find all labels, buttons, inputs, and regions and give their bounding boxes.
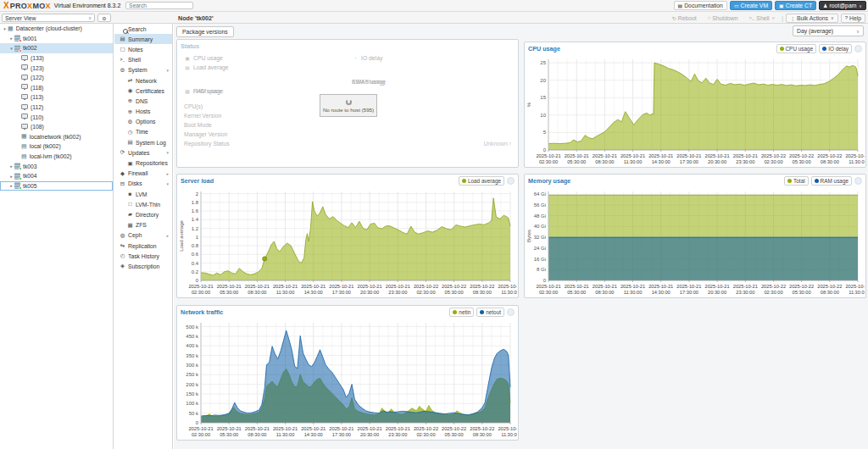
menu-item-repositories[interactable]: ▣Repositories [114,158,172,168]
tree-item--123-[interactable]: (123) [0,63,113,73]
panel-tool-icon[interactable] [854,177,862,185]
timeframe-select[interactable]: Day (average) ∨ [793,25,864,36]
package-versions-button[interactable]: Package versions [176,26,234,37]
svg-text:56 Gi: 56 Gi [534,202,546,208]
create-ct-button[interactable]: ▣ Create CT [775,1,816,10]
legend-netin[interactable]: netin [449,308,474,317]
expander-icon[interactable]: ▸ [8,183,14,188]
menu-item-directory[interactable]: ▰Directory [114,209,172,219]
tree-item-datacenter-cloud-cluster-[interactable]: ▾▦Datacenter (cloud-cluster) [0,24,113,34]
legend-dot [787,179,792,183]
tree-item--113-[interactable]: (113) [0,92,113,103]
network-traffic-panel: Network traffic netinnetout 050 k100 k15… [176,305,519,441]
menu-item-ceph[interactable]: ◍Ceph▸ [114,230,172,241]
tree-item--122-[interactable]: (122) [0,73,113,83]
panel-tool-icon[interactable] [507,308,515,316]
menu-item-options[interactable]: ⚙Options [114,117,172,127]
menu-item-notes[interactable]: ▢Notes [114,44,172,54]
menu-item-hosts[interactable]: ⊕Hosts [114,107,172,117]
node-icon [14,35,20,42]
svg-text:2025-10-21: 2025-10-21 [593,153,617,158]
legend-total[interactable]: Total [784,176,809,186]
storage-icon: ▤ [21,143,27,150]
menu-item-updates[interactable]: ⟳Updates▾ [114,147,172,158]
tree-item-local-lvm-tk002-[interactable]: ▤local-lvm (tk002) [0,152,113,162]
svg-text:2025-10-22: 2025-10-22 [414,426,438,431]
menu-item-certificates[interactable]: ◉Certificates [114,86,172,96]
tree-item--112-[interactable]: (112) [0,103,113,113]
menu-item-search[interactable]: Search [114,24,172,34]
vm-glyph [21,64,28,69]
menu-item-zfs[interactable]: ▦ZFS [114,220,172,230]
menu-item-subscription[interactable]: ◈Subscription [114,261,172,271]
tree-item-local-tk002-[interactable]: ▤local (tk002) [0,141,113,152]
svg-text:48 Gi: 48 Gi [534,213,546,219]
separator: | [782,15,783,21]
gears-icon: ⚙ [119,67,126,74]
legend-ram-usage[interactable]: RAM usage [811,176,852,186]
menu-item-replication[interactable]: ⇆Replication [114,241,172,251]
svg-text:2025-10-22: 2025-10-22 [470,284,494,289]
menu-item-time[interactable]: ◷Time [114,127,172,137]
menu-item-disks[interactable]: ⊟Disks▾ [114,179,172,189]
load-panel-header: Server load Load average [177,175,518,187]
legend-load-average[interactable]: Load average [459,176,504,186]
menu-item-task-history[interactable]: ◴Task History [114,251,172,261]
expander-icon[interactable]: ▾ [8,46,14,51]
expander-icon[interactable]: ▸ [8,164,14,169]
documentation-button[interactable]: ▤ Documentation [674,1,727,10]
menu-item-network[interactable]: ⇄Network [114,75,172,86]
global-search-input[interactable] [125,2,193,9]
legend-label: Load average [468,178,501,184]
menu-item-lvm[interactable]: ■LVM [114,189,172,199]
reboot-button[interactable]: ↻Reboot [668,14,701,23]
top-bar: X PROXMOX Virtual Environment 8.3.2 ▤ Do… [0,0,868,12]
tree-item-tk004[interactable]: ▸tk004 [0,171,113,181]
tree-settings-button[interactable]: ⚙ [97,14,111,22]
top-bar-actions: ▤ Documentation ▭ Create VM ▣ Create CT … [674,1,866,10]
svg-text:05:30:00: 05:30:00 [220,290,238,295]
tree-item--108-[interactable]: (108) [0,122,113,132]
bulk-actions-button[interactable]: ⋮Bulk Actions∨ [786,14,838,23]
panel-tool-icon[interactable] [854,45,862,53]
chevron-down-icon: ∨ [856,29,860,34]
menu-item-shell[interactable]: >_Shell [114,55,172,65]
tree-item-label: localnetwork (tk002) [30,134,81,140]
menu-item-system[interactable]: ⚙System▾ [114,65,172,75]
svg-text:2025-10-22: 2025-10-22 [414,284,438,289]
shutdown-button[interactable]: ○Shutdown [704,14,743,23]
tree-item-tk001[interactable]: ▸tk001 [0,34,113,44]
shell-button[interactable]: >_Shell∨ [745,14,780,23]
expander-icon[interactable]: ▸ [8,174,14,179]
menu-item-summary[interactable]: ▤Summary [114,34,172,44]
legend-io-delay[interactable]: IO delay [819,44,852,53]
menu-item-label: Certificates [136,88,164,94]
svg-text:2025-10-21: 2025-10-21 [565,284,589,289]
status-panel: Status ▣CPU usage▤Load average▥RAM usage… [176,39,519,168]
menu-item-label: DNS [136,98,147,104]
tree-item-localnetwork-tk002-[interactable]: ▦localnetwork (tk002) [0,132,113,142]
menu-item-system-log[interactable]: ▤System Log [114,137,172,147]
menu-item-lvm-thin[interactable]: □LVM-Thin [114,199,172,209]
svg-text:0: 0 [196,278,199,283]
expander-icon[interactable]: ▸ [8,36,14,41]
expander-icon[interactable]: ▾ [2,26,8,31]
legend-cpu-usage[interactable]: CPU usage [776,44,817,53]
tree-item-tk002[interactable]: ▾tk002 [0,43,113,53]
help-button[interactable]: ?Help [841,14,865,23]
tree-item--110-[interactable]: (110) [0,112,113,122]
user-menu-button[interactable]: ♟ root@pam ∨ [819,1,866,10]
cpu-legend: CPU usageIO delay [776,44,853,53]
tree-item--133-[interactable]: (133) [0,53,113,64]
tree-item-tk003[interactable]: ▸tk003 [0,161,113,171]
create-vm-button[interactable]: ▭ Create VM [730,1,772,10]
tree-item--118-[interactable]: (118) [0,83,113,93]
view-mode-select[interactable]: Server View ∨ [2,14,95,22]
panel-tool-icon[interactable] [507,177,515,185]
menu-item-dns[interactable]: ⊕DNS [114,96,172,106]
legend-netout[interactable]: netout [476,308,504,317]
tree-item-tk005[interactable]: ▸tk005 [0,181,113,191]
svg-text:200 k: 200 k [186,382,199,387]
menu-item-firewall[interactable]: ◆Firewall▸ [114,169,172,179]
svg-text:20:30:00: 20:30:00 [360,432,379,437]
